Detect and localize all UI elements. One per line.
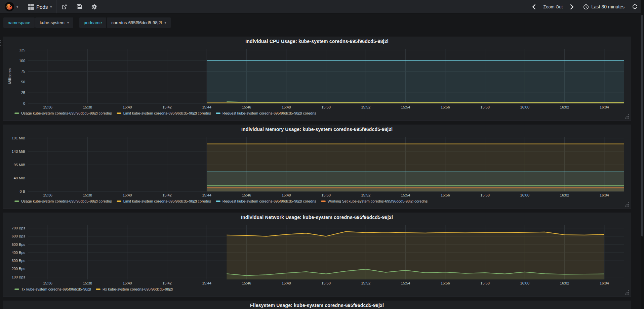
grafana-menu-button[interactable]: ▾ (0, 0, 23, 13)
legend-item[interactable]: Rx kube-system coredns-695f96dcd5-98j2l (96, 287, 173, 291)
gear-icon (91, 4, 97, 10)
grafana-logo (5, 2, 14, 11)
time-forward-button[interactable] (566, 0, 577, 13)
legend-item[interactable]: Limit kube-system coredns-695f96dcd5-98j… (117, 111, 211, 115)
svg-text:200 Bps: 200 Bps (12, 267, 26, 271)
memory-chart[interactable]: 15:3615:3815:4015:4215:4415:4615:4815:50… (6, 134, 628, 198)
legend-series-name: Usage kube-system coredns-695f96dcd5-98j… (21, 199, 112, 203)
legend-item[interactable]: Working Set kube-system coredns-695f96dc… (321, 199, 428, 203)
svg-text:15:56: 15:56 (441, 281, 450, 285)
svg-text:15:44: 15:44 (202, 193, 211, 197)
legend-item[interactable]: Usage kube-system coredns-695f96dcd5-98j… (14, 199, 112, 203)
dashboard-title: Pods (36, 4, 48, 10)
variable-namespace: namespace kube-system ▾ (3, 17, 73, 28)
svg-text:16:02: 16:02 (560, 281, 569, 285)
svg-text:15:54: 15:54 (401, 193, 410, 197)
svg-text:700 Bps: 700 Bps (12, 226, 26, 230)
time-range-label: Last 30 minutes (591, 4, 625, 9)
zoom-out-label: Zoom Out (543, 4, 563, 9)
share-button[interactable] (57, 0, 72, 13)
legend-series-name: Request kube-system coredns-695f96dcd5-9… (223, 111, 316, 115)
svg-text:15:52: 15:52 (361, 193, 371, 197)
svg-text:15:48: 15:48 (282, 105, 291, 109)
svg-text:95 MiB: 95 MiB (14, 163, 25, 167)
svg-text:100 Bps: 100 Bps (12, 275, 26, 279)
zoom-out-button[interactable]: Zoom Out (539, 0, 566, 13)
save-button[interactable] (72, 0, 87, 13)
svg-text:25: 25 (21, 91, 25, 95)
panel-cpu: Individual CPU Usage: kube-system coredn… (3, 37, 631, 121)
time-back-button[interactable] (528, 0, 539, 13)
panel-title[interactable]: Individual CPU Usage: kube-system coredn… (6, 37, 628, 46)
svg-text:15:52: 15:52 (361, 105, 371, 109)
drag-handle[interactable] (0, 40, 2, 56)
legend-series-color (117, 201, 121, 202)
time-picker-button[interactable]: Last 30 minutes (579, 0, 628, 13)
svg-text:16:00: 16:00 (520, 105, 530, 109)
legend-series-name: Usage kube-system coredns-695f96dcd5-98j… (21, 111, 112, 115)
svg-text:15:46: 15:46 (242, 281, 251, 285)
network-legend: Tx kube-system coredns-695f96dcd5-98j2lR… (14, 287, 628, 291)
legend-series-color (14, 113, 19, 114)
variable-podname-value[interactable]: coredns-695f96dcd5-98j2l ▾ (107, 17, 170, 28)
svg-text:16:04: 16:04 (600, 281, 609, 285)
svg-text:15:48: 15:48 (282, 193, 291, 197)
svg-text:16:04: 16:04 (600, 105, 609, 109)
grid-icon (28, 4, 34, 10)
svg-text:15:42: 15:42 (162, 281, 172, 285)
svg-text:15:38: 15:38 (83, 105, 92, 109)
settings-button[interactable] (87, 0, 102, 13)
panel-title[interactable]: Filesystem Usage: kube-system coredns-69… (6, 301, 628, 309)
svg-text:15:48: 15:48 (282, 281, 291, 285)
svg-text:15:58: 15:58 (480, 105, 490, 109)
legend-item[interactable]: Tx kube-system coredns-695f96dcd5-98j2l (14, 287, 91, 291)
variable-podname: podname coredns-695f96dcd5-98j2l ▾ (79, 17, 171, 28)
scrollbar-thumb[interactable] (641, 15, 643, 236)
cpu-chart[interactable]: 15:3615:3815:4015:4215:4415:4615:4815:50… (6, 46, 628, 111)
svg-text:15:52: 15:52 (361, 281, 371, 285)
legend-series-name: Limit kube-system coredns-695f96dcd5-98j… (123, 111, 211, 115)
legend-item[interactable]: Request kube-system coredns-695f96dcd5-9… (216, 199, 316, 203)
legend-series-name: Tx kube-system coredns-695f96dcd5-98j2l (21, 287, 91, 291)
svg-text:15:38: 15:38 (83, 193, 92, 197)
legend-item[interactable]: Usage kube-system coredns-695f96dcd5-98j… (14, 111, 112, 115)
svg-text:15:54: 15:54 (401, 105, 410, 109)
svg-text:15:40: 15:40 (123, 105, 132, 109)
svg-text:143 MiB: 143 MiB (12, 149, 25, 153)
panel-resize-handle[interactable] (628, 294, 629, 295)
svg-text:100: 100 (19, 59, 25, 63)
svg-text:15:38: 15:38 (83, 281, 92, 285)
svg-text:15:42: 15:42 (162, 193, 172, 197)
panel-resize-handle[interactable] (628, 206, 629, 207)
legend-series-color (321, 201, 326, 202)
refresh-button[interactable] (628, 0, 641, 13)
legend-series-name: Limit kube-system coredns-695f96dcd5-98j… (123, 199, 211, 203)
panel-resize-handle[interactable] (628, 118, 629, 119)
svg-text:15:44: 15:44 (202, 105, 211, 109)
legend-series-name: Request kube-system coredns-695f96dcd5-9… (223, 199, 316, 203)
cpu-legend: Usage kube-system coredns-695f96dcd5-98j… (14, 111, 628, 115)
panel-memory: Individual Memory Usage: kube-system cor… (3, 125, 631, 209)
panel-title[interactable]: Individual Network Usage: kube-system co… (6, 213, 628, 222)
svg-text:0 B: 0 B (19, 189, 25, 193)
svg-text:300 Bps: 300 Bps (12, 259, 26, 263)
legend-item[interactable]: Request kube-system coredns-695f96dcd5-9… (216, 111, 316, 115)
panel-title[interactable]: Individual Memory Usage: kube-system cor… (6, 125, 628, 134)
chevron-down-icon: ▾ (50, 5, 52, 9)
svg-text:500 Bps: 500 Bps (12, 242, 26, 247)
legend-series-color (96, 289, 100, 290)
legend-series-color (216, 201, 220, 202)
chevron-down-icon: ▾ (67, 21, 69, 25)
legend-series-color (14, 201, 19, 202)
dashboard-picker[interactable]: Pods ▾ (23, 0, 56, 13)
memory-legend: Usage kube-system coredns-695f96dcd5-98j… (14, 199, 628, 203)
legend-series-color (14, 289, 19, 290)
svg-text:15:42: 15:42 (162, 105, 172, 109)
panel-filesystem: Filesystem Usage: kube-system coredns-69… (3, 301, 631, 309)
svg-text:600 Bps: 600 Bps (12, 234, 26, 238)
svg-text:75: 75 (21, 69, 25, 73)
network-chart[interactable]: 15:3615:3815:4015:4215:4415:4615:4815:50… (6, 222, 628, 286)
legend-item[interactable]: Limit kube-system coredns-695f96dcd5-98j… (117, 199, 211, 203)
svg-text:125: 125 (19, 48, 25, 52)
variable-namespace-value[interactable]: kube-system ▾ (35, 17, 73, 28)
